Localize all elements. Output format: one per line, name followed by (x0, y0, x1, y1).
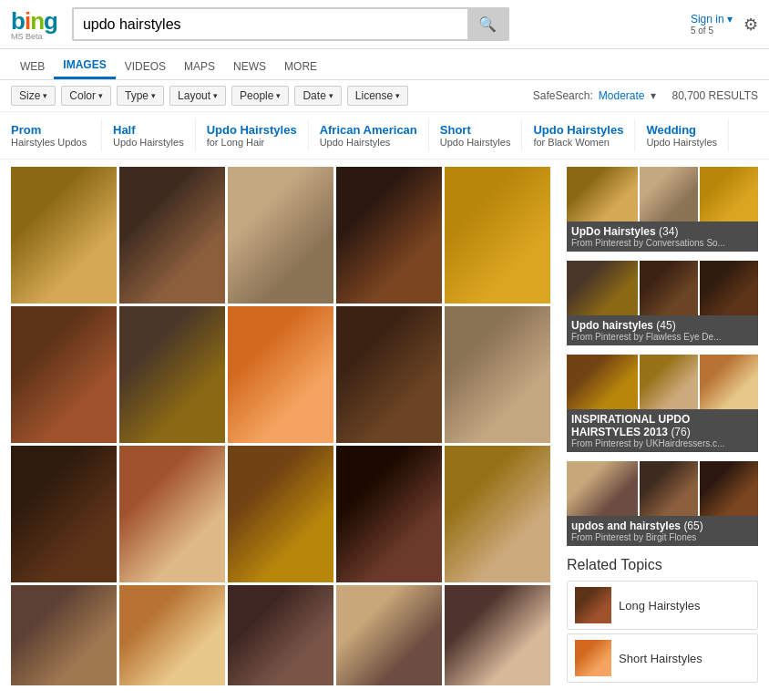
collection-thumb (700, 261, 758, 315)
image-row-1 (11, 167, 556, 304)
nav-maps[interactable]: MAPS (175, 55, 224, 78)
related-label: Short Hairstyles (619, 652, 702, 665)
main-content: UpDo Hairstyles (34) From Pinterest by C… (0, 160, 769, 695)
related-label: Long Hairstyles (619, 599, 701, 612)
filter-license[interactable]: License ▾ (347, 86, 408, 106)
ms-beta-label: MS Beta (11, 32, 57, 41)
image-cell[interactable] (336, 585, 442, 685)
filter-size[interactable]: Size ▾ (11, 86, 56, 106)
settings-button[interactable]: ⚙ (743, 15, 758, 35)
filter-people[interactable]: People ▾ (231, 86, 289, 106)
image-cell[interactable] (336, 306, 442, 443)
filter-color[interactable]: Color ▾ (61, 86, 111, 106)
nav-web[interactable]: WEB (11, 55, 54, 78)
collection-updos-65[interactable]: updos and hairstyles (65) From Pinterest… (567, 461, 758, 546)
related-thumb (575, 640, 611, 676)
nav-tabs: WEB IMAGES VIDEOS MAPS NEWS MORE (0, 49, 769, 80)
image-cell[interactable] (11, 167, 117, 304)
filter-layout[interactable]: Layout ▾ (169, 86, 226, 106)
image-cell[interactable] (445, 167, 550, 304)
filter-type[interactable]: Type ▾ (117, 86, 164, 106)
collection-thumb (640, 167, 698, 221)
collection-title: updos and hairstyles (65) (571, 520, 754, 532)
collection-thumb (640, 461, 698, 516)
suggestion-black-women[interactable]: Updo Hairstyles for Black Women (522, 119, 635, 151)
collection-source: From Pinterest by Conversations So... (571, 238, 754, 248)
collection-title: INSPIRATIONAL UPDO HAIRSTYLES 2013 (76) (571, 413, 754, 438)
image-cell[interactable] (119, 585, 225, 685)
safesearch: SafeSearch: Moderate ▾ (533, 89, 656, 102)
filters-bar: Size ▾ Color ▾ Type ▾ Layout ▾ People ▾ … (0, 80, 769, 112)
results-count: 80,700 RESULTS (672, 89, 759, 102)
related-topics: Related Topics Long Hairstyles Short Hai… (567, 557, 758, 683)
sign-in-count: 5 of 5 (691, 26, 733, 36)
suggestion-long-hair[interactable]: Updo Hairstyles for Long Hair (196, 119, 309, 151)
image-cell[interactable] (445, 446, 550, 582)
collection-updo-hairstyles-34[interactable]: UpDo Hairstyles (34) From Pinterest by C… (567, 167, 758, 252)
image-cell[interactable] (119, 306, 225, 443)
filter-date[interactable]: Date ▾ (294, 86, 341, 106)
suggestion-wedding[interactable]: Wedding Updo Hairstyles (635, 119, 729, 151)
image-cell[interactable] (228, 446, 333, 582)
collection-updo-hairstyles-45[interactable]: Updo hairstyles (45) From Pinterest by F… (567, 261, 758, 345)
image-cell[interactable] (11, 306, 117, 443)
collection-info: INSPIRATIONAL UPDO HAIRSTYLES 2013 (76) … (567, 409, 758, 452)
collection-thumb (700, 355, 758, 409)
nav-news[interactable]: NEWS (224, 55, 275, 78)
collection-thumb (567, 167, 638, 221)
suggestion-half[interactable]: Half Updo Hairstyles (102, 119, 196, 151)
related-thumb (575, 587, 611, 623)
image-row-3 (11, 446, 556, 582)
collection-info: Updo hairstyles (45) From Pinterest by F… (567, 315, 758, 345)
collection-thumbnails (567, 167, 758, 221)
related-long-hairstyles[interactable]: Long Hairstyles (567, 581, 758, 630)
collection-inspirational-76[interactable]: INSPIRATIONAL UPDO HAIRSTYLES 2013 (76) … (567, 355, 758, 452)
related-topics-title: Related Topics (567, 557, 758, 573)
nav-more[interactable]: MORE (275, 55, 326, 78)
suggestion-african-american[interactable]: African American Updo Hairstyles (309, 119, 429, 151)
image-cell[interactable] (228, 167, 333, 304)
image-row-2 (11, 306, 556, 443)
search-input[interactable] (74, 10, 467, 39)
image-cell[interactable] (445, 306, 550, 443)
collection-source: From Pinterest by Flawless Eye De... (571, 332, 754, 342)
suggestion-short[interactable]: Short Updo Hairstyles (429, 119, 523, 151)
image-cell[interactable] (336, 446, 442, 582)
collection-title: UpDo Hairstyles (34) (571, 225, 754, 238)
header-right: Sign in ▾ 5 of 5 ⚙ (691, 13, 758, 36)
nav-images[interactable]: IMAGES (54, 53, 115, 79)
collection-info: updos and hairstyles (65) From Pinterest… (567, 516, 758, 546)
image-cell[interactable] (445, 585, 550, 685)
collection-thumb (700, 167, 758, 221)
collection-title: Updo hairstyles (45) (571, 319, 754, 332)
image-cell[interactable] (228, 585, 333, 685)
image-cell[interactable] (11, 585, 117, 685)
collection-thumbnails (567, 461, 758, 516)
collection-thumb (640, 261, 698, 315)
collection-source: From Pinterest by UKHairdressers.c... (571, 438, 754, 448)
sidebar: UpDo Hairstyles (34) From Pinterest by C… (567, 167, 758, 688)
header: bing MS Beta 🔍 Sign in ▾ 5 of 5 ⚙ (0, 0, 769, 49)
collection-thumb (700, 461, 758, 516)
image-cell[interactable] (11, 446, 117, 582)
collection-thumb (567, 355, 638, 409)
collection-thumbnails (567, 355, 758, 409)
image-cell[interactable] (119, 167, 225, 304)
image-cell[interactable] (119, 446, 225, 582)
logo: bing MS Beta (11, 7, 57, 41)
search-box: 🔍 (72, 7, 509, 41)
suggestion-prom[interactable]: Prom Hairstyles Updos (11, 119, 102, 151)
image-cell[interactable] (336, 167, 442, 304)
related-short-hairstyles[interactable]: Short Hairstyles (567, 633, 758, 683)
sign-in-button[interactable]: Sign in ▾ 5 of 5 (691, 13, 733, 36)
nav-videos[interactable]: VIDEOS (116, 55, 175, 78)
collection-info: UpDo Hairstyles (34) From Pinterest by C… (567, 221, 758, 252)
safesearch-mode[interactable]: Moderate (599, 89, 645, 102)
image-cell[interactable] (228, 306, 333, 443)
suggestions-bar: Prom Hairstyles Updos Half Updo Hairstyl… (0, 112, 769, 160)
collection-thumb (567, 461, 638, 516)
collection-thumb (567, 261, 638, 315)
search-button[interactable]: 🔍 (467, 9, 508, 39)
image-row-4 (11, 585, 556, 685)
safesearch-label: SafeSearch: (533, 89, 593, 102)
